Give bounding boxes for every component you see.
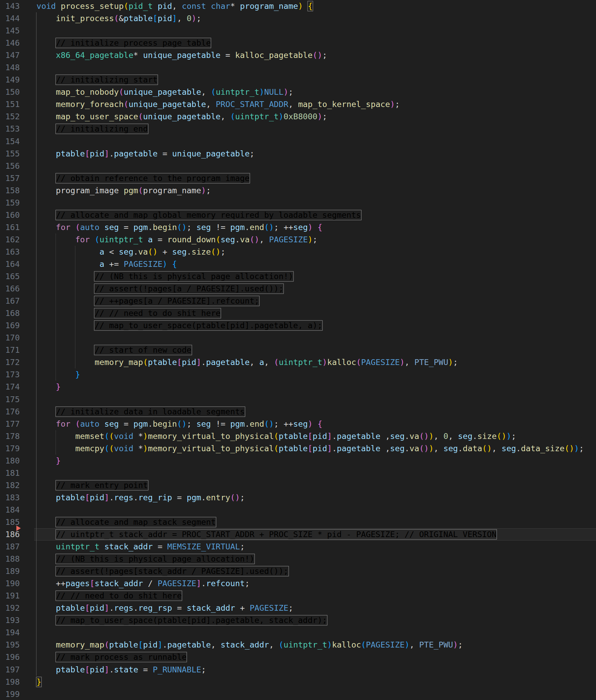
line-number[interactable]: 179 [0,442,20,455]
code-line[interactable]: 189 // assert(!pages[stack_addr / PAGESI… [0,565,596,577]
code-line[interactable]: 195 memory_map(ptable[pid].pagetable, st… [0,639,596,651]
line-number[interactable]: 145 [0,25,20,37]
line-number[interactable]: 197 [0,664,20,676]
line-number[interactable]: 194 [0,626,20,639]
code-line[interactable]: 186 // uintptr_t stack_addr = PROC_START… [0,528,596,541]
code-line[interactable]: 171 // start of new code [0,344,596,356]
line-number[interactable]: 154 [0,135,20,148]
code-line[interactable]: 147 x86_64_pagetable* unique_pagetable =… [0,49,596,61]
line-number[interactable]: 183 [0,491,20,504]
line-number[interactable]: 176 [0,406,20,418]
line-number[interactable]: 160 [0,209,20,221]
code-line[interactable]: 165 // (NB this is physical page allocat… [0,270,596,283]
line-number[interactable]: 170 [0,332,20,344]
line-number[interactable]: 198 [0,676,20,688]
code-line[interactable]: 193 // map_to_user_space(ptable[pid].pag… [0,614,596,626]
line-number[interactable]: 158 [0,184,20,197]
code-line[interactable]: 197 ptable[pid].state = P_RUNNABLE; [0,664,596,676]
line-number[interactable]: 188 [0,553,20,565]
line-number[interactable]: 155 [0,148,20,160]
line-number[interactable]: 167 [0,295,20,307]
code-line[interactable]: 148 [0,61,596,74]
code-line[interactable]: 177 for (auto seg = pgm.begin(); seg != … [0,418,596,430]
code-line[interactable]: 155 ptable[pid].pagetable = unique_paget… [0,148,596,160]
line-number[interactable]: 187 [0,541,20,553]
line-number[interactable]: 173 [0,368,20,381]
line-number[interactable]: 177 [0,418,20,430]
line-number[interactable]: 164 [0,258,20,270]
code-line[interactable]: 159 [0,197,596,209]
line-number[interactable]: 151 [0,98,20,110]
line-number[interactable]: 191 [0,590,20,602]
code-line[interactable]: 199 [0,688,596,700]
line-number[interactable]: 175 [0,393,20,406]
line-number[interactable]: 144 [0,12,20,25]
line-number[interactable]: 172 [0,356,20,368]
code-line[interactable]: 161 for (auto seg = pgm.begin(); seg != … [0,221,596,233]
code-line[interactable]: 176 // initialize data in loadable segme… [0,406,596,418]
code-line[interactable]: 170 [0,332,596,344]
code-line[interactable]: 187 uintptr_t stack_addr = MEMSIZE_VIRTU… [0,541,596,553]
line-number[interactable]: 193 [0,614,20,626]
code-line[interactable]: 152 map_to_user_space(unique_pagetable, … [0,110,596,123]
code-line[interactable]: 184 [0,504,596,516]
code-line[interactable]: 153 // initializing end [0,123,596,135]
line-number[interactable]: 199 [0,688,20,700]
line-number[interactable]: 168 [0,307,20,319]
code-line[interactable]: 156 [0,160,596,172]
line-number[interactable]: 146 [0,37,20,49]
code-line[interactable]: 174 } [0,381,596,393]
code-line[interactable]: 191 // // need to do shit here [0,590,596,602]
code-line[interactable]: 185 // allocate and map stack segment [0,516,596,528]
line-number[interactable]: 147 [0,49,20,61]
line-number[interactable]: 181 [0,467,20,479]
code-line[interactable]: 164 a += PAGESIZE) { [0,258,596,270]
code-line[interactable]: 183 ptable[pid].regs.reg_rip = pgm.entry… [0,491,596,504]
line-number[interactable]: 180 [0,455,20,467]
code-line[interactable]: 151 memory_foreach(unique_pagetable, PRO… [0,98,596,110]
code-line[interactable]: 167 // ++pages[a / PAGESIZE].refcount; [0,295,596,307]
line-number[interactable]: 150 [0,86,20,98]
line-number[interactable]: 157 [0,172,20,184]
code-line[interactable]: 188 // (NB this is physical page allocat… [0,553,596,565]
code-line[interactable]: 196 // mark process as runnable [0,651,596,663]
line-number[interactable]: 190 [0,577,20,590]
line-number[interactable]: 182 [0,479,20,491]
code-line[interactable]: 144 init_process(&ptable[pid], 0); [0,12,596,25]
line-number[interactable]: 165 [0,270,20,283]
line-number[interactable]: 166 [0,283,20,295]
code-line[interactable]: 169 // map_to_user_space(ptable[pid].pag… [0,319,596,332]
line-number[interactable]: 161 [0,221,20,233]
line-number[interactable]: 159 [0,197,20,209]
line-number[interactable]: 196 [0,651,20,663]
code-line[interactable]: 172 memory_map(ptable[pid].pagetable, a,… [0,356,596,368]
code-line[interactable]: 143void process_setup(pid_t pid, const c… [0,0,596,12]
code-line[interactable]: 163 a < seg.va() + seg.size(); [0,246,596,258]
breakpoint-arrow-icon[interactable] [16,526,21,531]
code-line[interactable]: 180 } [0,455,596,467]
code-line[interactable]: 179 memcpy((void *)memory_virtual_to_phy… [0,442,596,455]
line-number[interactable]: 184 [0,504,20,516]
code-line[interactable]: 146 // initialize process page table [0,37,596,49]
line-number[interactable]: 178 [0,430,20,442]
code-line[interactable]: 173 } [0,368,596,381]
code-line[interactable]: 190 ++pages[stack_addr / PAGESIZE].refco… [0,577,596,590]
code-line[interactable]: 162 for (uintptr_t a = round_down(seg.va… [0,233,596,246]
line-number[interactable]: 192 [0,602,20,614]
line-number[interactable]: 189 [0,565,20,577]
code-line[interactable]: 150 map_to_nobody(unique_pagetable, (uin… [0,86,596,98]
code-line[interactable]: 145 [0,25,596,37]
code-line[interactable]: 181 [0,467,596,479]
line-number[interactable]: 162 [0,233,20,246]
line-number[interactable]: 153 [0,123,20,135]
line-number[interactable]: 148 [0,61,20,74]
code-line[interactable]: 178 memset((void *)memory_virtual_to_phy… [0,430,596,442]
line-number[interactable]: 163 [0,246,20,258]
code-line[interactable]: 182 // mark entry point [0,479,596,491]
line-number[interactable]: 149 [0,74,20,86]
line-number[interactable]: 171 [0,344,20,356]
code-line[interactable]: 192 ptable[pid].regs.reg_rsp = stack_add… [0,602,596,614]
code-line[interactable]: 157 // obtain reference to the program i… [0,172,596,184]
line-number[interactable]: 152 [0,110,20,123]
code-line[interactable]: 149 // initializing start [0,74,596,86]
